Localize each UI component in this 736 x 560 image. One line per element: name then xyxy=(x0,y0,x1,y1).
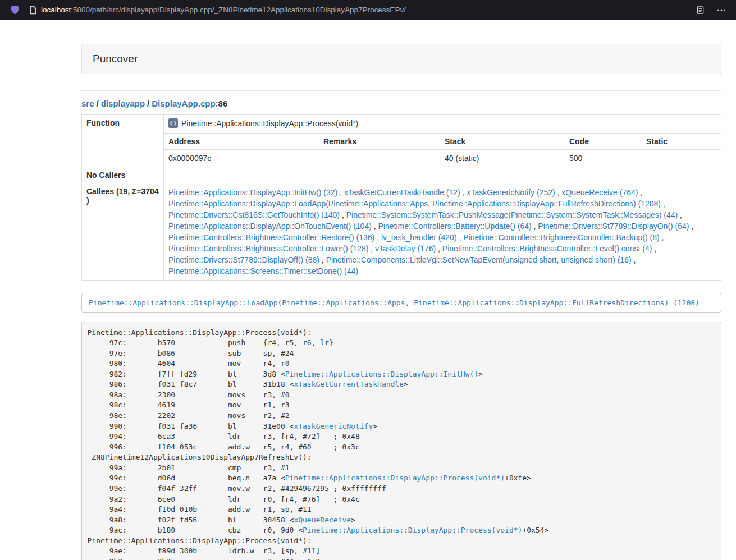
stats-static xyxy=(642,150,721,167)
url-path: :5000/path/src/displayapp/DisplayApp.cpp… xyxy=(71,6,406,14)
callee-separator: , xyxy=(661,199,665,208)
stats-col-address: Address xyxy=(164,134,319,150)
function-name: Pinetime::Applications::DisplayApp::Proc… xyxy=(181,119,358,128)
callee-separator: , xyxy=(457,233,464,242)
stats-row: Address Remarks Stack Code Static 0x0000… xyxy=(82,134,721,167)
code-symbol-link[interactable]: Pinetime::Applications::DisplayApp::Proc… xyxy=(303,526,522,534)
callee-link[interactable]: Pinetime::Drivers::St7789::DisplayOn() (… xyxy=(538,222,689,231)
tracking-shield-icon[interactable] xyxy=(8,3,21,17)
breadcrumb-separator: / xyxy=(147,99,149,108)
function-label: Function xyxy=(82,115,164,167)
callee-link[interactable]: xQueueReceive (764) xyxy=(561,188,638,197)
loadapp-symbol-text: Pinetime::Applications::DisplayApp::Load… xyxy=(89,299,700,307)
callees-row: Callees (19, Σ=3704 ) Pinetime::Applicat… xyxy=(82,183,721,281)
page-info-icon[interactable] xyxy=(29,6,37,15)
callee-separator: , xyxy=(319,255,326,264)
callee-link[interactable]: lv_task_handler (420) xyxy=(381,233,457,242)
stats-col-code: Code xyxy=(565,134,642,150)
function-icon xyxy=(168,118,178,130)
loadapp-symbol-box[interactable]: Pinetime::Applications::DisplayApp::Load… xyxy=(81,293,721,313)
callee-separator: , xyxy=(555,188,562,197)
code-symbol-link[interactable]: xTaskGenericNotify xyxy=(294,422,373,430)
callee-link[interactable]: Pinetime::Controllers::BrightnessControl… xyxy=(463,233,659,242)
no-callers-cell xyxy=(164,167,721,183)
function-table: Function Pinetime::Applications::Display… xyxy=(81,114,721,281)
code-symbol-link[interactable]: Pinetime::Applications::DisplayApp::Proc… xyxy=(285,474,505,482)
callee-separator: , xyxy=(632,255,636,264)
stats-code: 500 xyxy=(565,150,642,167)
disassembly-block: Pinetime::Applications::DisplayApp::Proc… xyxy=(81,322,721,560)
url-bar[interactable]: localhost:5000/path/src/displayapp/Displ… xyxy=(25,2,689,18)
stats-col-remarks: Remarks xyxy=(319,134,440,150)
app-header: Puncover xyxy=(81,44,721,74)
callee-separator: , xyxy=(372,222,378,231)
callee-separator: , xyxy=(460,188,467,197)
stats-col-static: Static xyxy=(642,134,721,150)
callee-separator: , xyxy=(436,244,442,253)
callee-link[interactable]: Pinetime::System::SystemTask::PushMessag… xyxy=(346,210,678,219)
url-host: localhost xyxy=(41,6,71,14)
callees-list: Pinetime::Applications::DisplayApp::Init… xyxy=(164,183,721,281)
stats-value-row: 0x0000097c 40 (static) 500 xyxy=(164,150,721,167)
callee-link[interactable]: Pinetime::Applications::DisplayApp::OnTo… xyxy=(168,222,372,231)
breadcrumb: src/displayapp/DisplayApp.cpp:86 xyxy=(81,99,721,108)
callee-separator: , xyxy=(374,233,381,242)
stats-table: Address Remarks Stack Code Static 0x0000… xyxy=(164,134,721,167)
callee-separator: , xyxy=(652,244,656,253)
page-container: Puncover src/displayapp/DisplayApp.cpp:8… xyxy=(81,44,721,560)
breadcrumb-line-number: 86 xyxy=(218,99,228,108)
code-symbol-link[interactable]: xQueueReceive xyxy=(294,516,351,524)
breadcrumb-file[interactable]: DisplayApp.cpp: xyxy=(152,99,218,108)
callee-separator: , xyxy=(337,188,344,197)
page-title: Puncover xyxy=(93,53,138,65)
code-symbol-link[interactable]: xTaskGetCurrentTaskHandle xyxy=(294,380,404,388)
menu-dots-icon[interactable] xyxy=(715,3,728,17)
stats-remarks xyxy=(319,150,440,167)
breadcrumb-displayapp[interactable]: displayapp xyxy=(101,99,145,108)
callee-separator: , xyxy=(638,188,642,197)
callee-link[interactable]: Pinetime::Components::LittleVgl::SetNewT… xyxy=(326,255,632,264)
code-symbol-link[interactable]: Pinetime::Applications::DisplayApp::Init… xyxy=(285,370,478,378)
callee-separator: , xyxy=(340,210,346,219)
callee-link[interactable]: Pinetime::Drivers::Cst816S::GetTouchInfo… xyxy=(168,210,340,219)
stats-cell: Address Remarks Stack Code Static 0x0000… xyxy=(164,134,721,167)
callee-link[interactable]: Pinetime::Controllers::Battery::Update()… xyxy=(378,222,532,231)
callee-separator: , xyxy=(532,222,538,231)
reader-view-icon[interactable] xyxy=(693,3,707,17)
browser-chrome: localhost:5000/path/src/displayapp/Displ… xyxy=(0,0,736,20)
shield-icon xyxy=(10,4,20,15)
callee-separator: , xyxy=(689,222,694,231)
callee-link[interactable]: Pinetime::Controllers::BrightnessControl… xyxy=(442,244,652,253)
callee-link[interactable]: xTaskGetCurrentTaskHandle (12) xyxy=(344,188,460,197)
divider xyxy=(81,90,721,91)
toolbar-actions xyxy=(693,3,728,17)
breadcrumb-separator: / xyxy=(97,99,99,108)
stats-header-row: Address Remarks Stack Code Static xyxy=(164,134,721,150)
callee-separator: , xyxy=(660,233,664,242)
breadcrumb-src[interactable]: src xyxy=(81,99,94,108)
stats-col-stack: Stack xyxy=(440,134,565,150)
stats-stack: 40 (static) xyxy=(440,150,565,167)
function-name-cell: Pinetime::Applications::DisplayApp::Proc… xyxy=(164,115,721,134)
function-row: Function Pinetime::Applications::Display… xyxy=(82,115,721,134)
callee-link[interactable]: vTaskDelay (176) xyxy=(375,244,436,253)
stats-address: 0x0000097c xyxy=(164,150,319,167)
callee-link[interactable]: Pinetime::Drivers::St7789::DisplayOff() … xyxy=(168,255,319,264)
no-callers-row: No Callers xyxy=(82,167,721,183)
callee-separator: , xyxy=(368,244,375,253)
callee-separator: , xyxy=(678,210,682,219)
no-callers-label: No Callers xyxy=(82,167,164,183)
callee-link[interactable]: xTaskGenericNotify (252) xyxy=(467,188,555,197)
callee-link[interactable]: Pinetime::Applications::DisplayApp::Load… xyxy=(168,199,661,208)
callee-link[interactable]: Pinetime::Controllers::BrightnessControl… xyxy=(168,233,374,242)
callees-label: Callees (19, Σ=3704 ) xyxy=(82,183,164,281)
callee-link[interactable]: Pinetime::Applications::Screens::Timer::… xyxy=(168,267,358,276)
callee-link[interactable]: Pinetime::Applications::DisplayApp::Init… xyxy=(168,188,337,197)
callee-link[interactable]: Pinetime::Controllers::BrightnessControl… xyxy=(168,244,368,253)
